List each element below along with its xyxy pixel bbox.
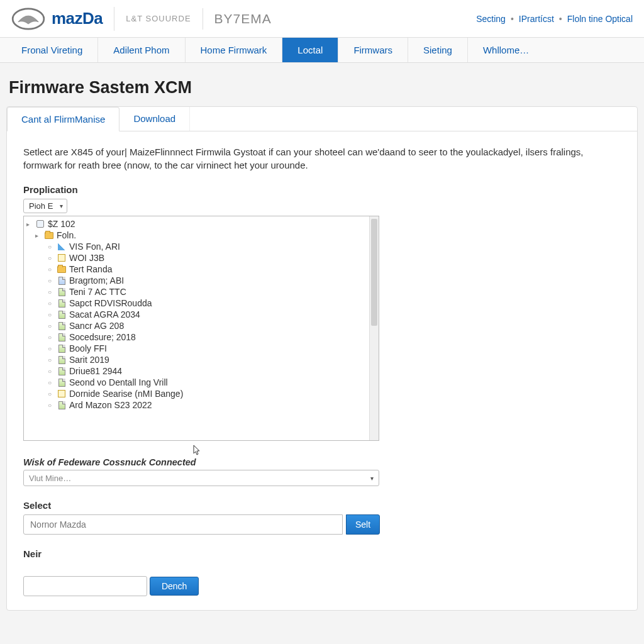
tree-row[interactable]: ○Sancr AG 208 xyxy=(26,320,376,331)
tree-row[interactable]: ○Socedsure; 2018 xyxy=(26,331,376,343)
wisk-select[interactable]: Vlut Mine… xyxy=(23,470,379,486)
tree-row[interactable]: ▸Foln. xyxy=(26,230,376,241)
tree-row[interactable]: ○Teni 7 AC TTC xyxy=(26,286,376,297)
tree-row[interactable]: ○Driue81 2944 xyxy=(26,365,376,377)
header-link-optical[interactable]: Floln tine Optical xyxy=(567,14,633,24)
tree-row[interactable]: ○VIS Fon, ARI xyxy=(26,241,376,252)
tree-row-label: Sarit 2019 xyxy=(69,355,109,365)
bullet-icon: ○ xyxy=(48,277,54,284)
wisk-label: Wisk of Fedeware Cossnuck Connected xyxy=(23,457,621,467)
panel-tabs: Cant al FlirmManise Download xyxy=(7,107,637,131)
panel-body: Setlect are X845 of your| MaizeFlinnnect… xyxy=(7,131,637,610)
tree-row[interactable]: ○Sapct RDVISRoudda xyxy=(26,297,376,309)
bullet-icon: ○ xyxy=(48,368,54,375)
header-code: BY7EMA xyxy=(214,11,272,26)
nav-item-firmwars[interactable]: Firmwars xyxy=(338,38,408,62)
tree-row[interactable]: ○Bragrtom; ABI xyxy=(26,275,376,286)
bullet-icon: ○ xyxy=(48,311,54,318)
tree-row-label: Tert Randa xyxy=(69,264,112,274)
proplication-label: Proplication xyxy=(23,184,621,195)
proplication-select[interactable]: Pioh E xyxy=(23,199,67,213)
nav-item-home[interactable]: Home Firmwark xyxy=(186,38,283,62)
mazda-logo-icon xyxy=(11,6,45,31)
scrollbar-thumb[interactable] xyxy=(371,219,377,326)
tree-row-label: Sancr AG 208 xyxy=(69,321,124,331)
tree-box[interactable]: ▸$Z 102▸Foln.○VIS Fon, ARI○WOI J3B○Tert … xyxy=(23,216,379,441)
header: mazDa L&T SOUURDE BY7EMA Secting • IPrar… xyxy=(0,0,644,38)
wisk-select-value: Vlut Mine… xyxy=(29,474,71,483)
nav-item-loctal[interactable]: Loctal xyxy=(282,38,338,62)
page: Firmware Sastem XCM Cant al FlirmManise … xyxy=(0,63,644,636)
tree-row[interactable]: ○Sacat AGRA 2034 xyxy=(26,309,376,320)
logo-area: mazDa xyxy=(11,6,103,31)
tree-row-label: $Z 102 xyxy=(48,219,75,229)
dot-icon: • xyxy=(511,14,514,24)
proplication-select-value: Pioh E xyxy=(29,201,53,211)
tree-row[interactable]: ▸$Z 102 xyxy=(26,218,376,230)
tree-row[interactable]: ○Booly FFI xyxy=(26,343,376,354)
dot-icon: • xyxy=(559,14,562,24)
tab-firmmanise[interactable]: Cant al FlirmManise xyxy=(7,107,119,131)
bullet-icon: ○ xyxy=(48,266,54,273)
bullet-icon: ○ xyxy=(48,379,54,386)
tab-download[interactable]: Download xyxy=(119,107,190,131)
tree-row[interactable]: ○Sarit 2019 xyxy=(26,354,376,365)
main-nav: Fronal Vireting Adilent Phom Home Firmwa… xyxy=(0,38,644,63)
bullet-icon: ○ xyxy=(48,402,54,409)
tree-row-label: Driue81 2944 xyxy=(69,366,122,376)
tree-row-label: Bragrtom; ABI xyxy=(69,275,124,286)
bullet-icon: ○ xyxy=(48,300,54,307)
sub-brand: L&T SOUURDE BY7EMA xyxy=(126,8,271,30)
tree-row[interactable]: ○Seond vo Dentall Ing Vrill xyxy=(26,377,376,388)
tree-row-label: Booly FFI xyxy=(69,343,107,353)
header-links: Secting • IPrartícst • Floln tine Optica… xyxy=(476,14,633,24)
page-title: Firmware Sastem XCM xyxy=(6,74,638,106)
neir-input[interactable] xyxy=(23,576,147,596)
header-link-setting[interactable]: Secting xyxy=(476,14,506,24)
bullet-icon: ○ xyxy=(48,289,54,296)
select-row: Selt xyxy=(23,514,621,535)
expand-icon[interactable]: ▸ xyxy=(26,221,33,228)
dench-button[interactable]: Dench xyxy=(150,577,199,596)
bullet-icon: ○ xyxy=(48,323,54,330)
tree-row-label: Foln. xyxy=(57,230,76,240)
nav-item-sieting[interactable]: Sieting xyxy=(408,38,468,62)
tree-row-label: Seond vo Dentall Ing Vrill xyxy=(69,377,168,387)
tree-row[interactable]: ○WOI J3B xyxy=(26,252,376,264)
tree-row-label: Dornide Searise (nMI Bange) xyxy=(69,389,183,399)
tree-row-label: Teni 7 AC TTC xyxy=(69,287,126,297)
intro-text: Setlect are X845 of your| MaizeFlinnnect… xyxy=(23,145,621,172)
scrollbar[interactable] xyxy=(369,216,379,440)
tree-row-label: Sapct RDVISRoudda xyxy=(69,298,152,308)
nav-item-whilome[interactable]: Whllome… xyxy=(468,38,544,62)
nav-item-adilent[interactable]: Adilent Phom xyxy=(98,38,185,62)
tree-row[interactable]: ○Tert Randa xyxy=(26,264,376,275)
tree-row-label: VIS Fon, ARI xyxy=(69,242,120,252)
selt-button[interactable]: Selt xyxy=(346,514,380,535)
bullet-icon: ○ xyxy=(48,243,54,250)
cursor-icon xyxy=(192,445,201,456)
tree-row-label: Socedsure; 2018 xyxy=(69,332,136,342)
expand-icon[interactable]: ▸ xyxy=(35,232,42,239)
bullet-icon: ○ xyxy=(48,391,54,397)
select-label: Select xyxy=(23,500,621,511)
bullet-icon: ○ xyxy=(48,357,54,364)
tree-row-label: WOI J3B xyxy=(69,253,104,263)
tree-row-label: Sacat AGRA 2034 xyxy=(69,309,140,319)
bullet-icon: ○ xyxy=(48,345,54,352)
sub-brand-text: L&T SOUURDE xyxy=(126,14,191,23)
divider xyxy=(114,7,114,31)
wordmark: mazDa xyxy=(52,9,103,28)
bullet-icon: ○ xyxy=(48,255,54,262)
neir-label: Neir xyxy=(23,548,621,559)
divider xyxy=(203,8,203,30)
header-link-practice[interactable]: IPrartícst xyxy=(519,14,554,24)
select-input[interactable] xyxy=(23,514,343,535)
nav-item-fronal[interactable]: Fronal Vireting xyxy=(6,38,98,62)
main-panel: Cant al FlirmManise Download Setlect are… xyxy=(6,106,638,611)
bullet-icon: ○ xyxy=(48,334,54,341)
tree-row-label: Ard Mazon S23 2022 xyxy=(69,400,152,410)
tree-row[interactable]: ○Dornide Searise (nMI Bange) xyxy=(26,388,376,399)
tree-row[interactable]: ○Ard Mazon S23 2022 xyxy=(26,399,376,411)
